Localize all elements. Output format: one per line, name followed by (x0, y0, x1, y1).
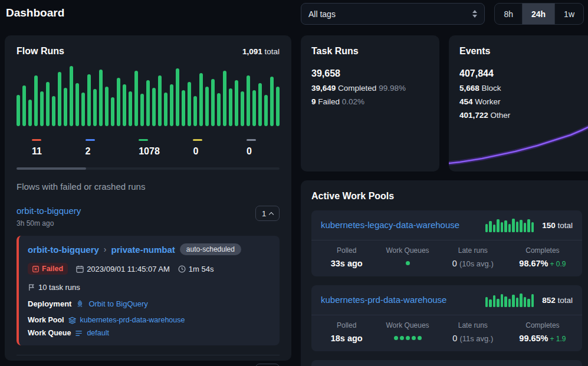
flow-list-item: run-census-sync 3h 53m ago 1 (17, 355, 280, 366)
completed-value: 39,649 (311, 84, 336, 93)
task-runs-total: 39,658 (311, 68, 429, 79)
pool-name-link[interactable]: kubernetes-prd-data-warehouse (321, 294, 477, 306)
x-square-icon (32, 266, 39, 272)
flow-expand-button[interactable]: 1 (255, 364, 280, 366)
queues-label: Work Queues (377, 321, 438, 329)
flow-link[interactable]: run-census-sync (17, 364, 81, 366)
events-panel: Events 407,844 5,668 Block 454 Worker 40… (449, 35, 588, 172)
events-block-row: 5,668 Block (459, 84, 582, 93)
breadcrumb-separator: › (104, 245, 107, 254)
legend-count: 11 (32, 146, 52, 157)
flow-run-count: 1 (262, 209, 266, 218)
top-bar: Dashboard All tags 8h 24h 1w (0, 0, 588, 31)
chevron-up-icon (269, 212, 274, 216)
pool-polled-stat: Polled 33s ago (316, 246, 377, 268)
completes-pct: 98.67% (519, 259, 548, 268)
legend-item-other[interactable]: 0 (247, 139, 267, 157)
queues-label: Work Queues (377, 246, 438, 255)
events-title: Events (459, 46, 582, 57)
task-runs-title: Task Runs (311, 46, 429, 57)
legend-item-running[interactable]: 2 (86, 139, 106, 157)
polled-label: Polled (316, 246, 377, 255)
work-queue-link[interactable]: default (87, 329, 109, 337)
time-range-group: 8h 24h 1w (494, 3, 584, 25)
layers-icon (68, 316, 76, 324)
duration-text: 1m 54s (189, 265, 214, 273)
completes-delta: + 0.9 (550, 260, 566, 268)
block-label: Block (482, 84, 501, 93)
pool-stats-row: Polled 18s ago Work Queues Late runs 0 (… (311, 315, 582, 351)
work-pools-panel: Active Work Pools kubernetes-legacy-data… (301, 180, 588, 366)
calendar-icon (76, 265, 84, 273)
run-flow-link[interactable]: orbit-to-bigquery (28, 245, 99, 255)
polled-label: Polled (316, 321, 377, 329)
select-arrows-icon (472, 10, 477, 18)
flow-runs-header: Flow Runs 1,091 total (17, 46, 280, 57)
deployment-link[interactable]: Orbit to BigQuery (88, 299, 147, 308)
worker-label: Worker (475, 97, 500, 106)
pool-total-value: 150 (542, 221, 556, 230)
flow-runs-title: Flow Runs (17, 46, 64, 57)
events-total: 407,844 (459, 68, 582, 79)
flow-collapse-button[interactable]: 1 (255, 206, 280, 221)
late-avg: (10s avg.) (459, 259, 494, 268)
events-sparkline (449, 117, 588, 172)
legend-item-failed[interactable]: 11 (32, 139, 52, 157)
work-queue-group: Work Queue default (28, 329, 109, 337)
pool-total: 150 total (542, 221, 573, 230)
legend-swatch (86, 139, 95, 141)
work-pool-group: Work Pool kubernetes-prd-data-warehouse (28, 316, 185, 324)
legend-item-completed[interactable]: 1078 (139, 139, 160, 157)
pool-queues-stat: Work Queues (377, 246, 438, 268)
late-label: Late runs (438, 321, 508, 329)
legend-swatch (247, 139, 256, 141)
chart-scrollbar-thumb[interactable] (17, 167, 86, 170)
run-name-link[interactable]: private-numbat (111, 245, 175, 255)
late-count: 0 (452, 334, 457, 343)
work-pools-title: Active Work Pools (311, 191, 582, 202)
flow-runs-total: 1,091 total (242, 47, 280, 56)
rocket-icon (76, 300, 84, 308)
run-deployment-row: Deployment Orbit to BigQuery (28, 299, 271, 308)
time-range-1w[interactable]: 1w (555, 4, 583, 24)
pool-late-stat: Late runs 0 (10s avg.) (438, 246, 508, 268)
tags-filter-select[interactable]: All tags (301, 3, 485, 25)
late-avg: (11s avg.) (459, 334, 493, 343)
flow-runs-total-value: 1,091 (242, 47, 262, 56)
pool-name-link[interactable]: kubernetes-legacy-data-warehouse (321, 219, 477, 232)
flow-link[interactable]: orbit-to-bigquery (17, 206, 81, 216)
pool-card-header: kubernetes-prd-data-warehouse 852 total (311, 285, 582, 315)
task-runs-failed: 9 Failed 0.02% (311, 97, 429, 106)
completes-delta: + 1.9 (550, 335, 566, 343)
completes-value: 98.67%+ 0.9 (508, 259, 577, 268)
time-range-24h[interactable]: 24h (523, 4, 554, 24)
events-worker-row: 454 Worker (459, 97, 582, 106)
legend-swatch (32, 139, 41, 141)
work-pool-card: kubernetes-prd-data-warehouse 852 total … (311, 285, 582, 351)
completed-pct: 99.98% (379, 84, 406, 93)
run-workpool-row: Work Pool kubernetes-prd-data-warehouse … (28, 316, 271, 337)
late-value: 0 (11s avg.) (438, 334, 508, 343)
deployment-label: Deployment (28, 299, 71, 308)
state-label: Failed (42, 265, 63, 273)
work-queue-label: Work Queue (28, 329, 71, 337)
flow-runs-chart[interactable] (17, 66, 280, 126)
work-pool-link[interactable]: kubernetes-prd-data-warehouse (80, 316, 185, 324)
completed-label: Completed (338, 84, 376, 93)
legend-swatch (193, 139, 202, 141)
run-duration: 1m 54s (178, 265, 214, 273)
pool-late-stat: Late runs 0 (11s avg.) (438, 321, 508, 343)
completes-pct: 99.65% (519, 334, 548, 343)
time-range-8h[interactable]: 8h (495, 4, 522, 24)
pool-polled-stat: Polled 18s ago (316, 321, 377, 343)
chart-scrollbar-track (17, 167, 280, 170)
work-queue-dots (377, 336, 438, 340)
legend-swatch (139, 139, 148, 141)
legend-item-scheduled[interactable]: 0 (193, 139, 213, 157)
work-queue-dots (377, 261, 438, 265)
flow-runs-total-suffix: total (264, 47, 280, 56)
late-value: 0 (10s avg.) (438, 259, 508, 268)
pool-total-suffix: total (557, 296, 573, 305)
pool-card-header: kubernetes-legacy-data-warehouse 150 tot… (311, 210, 582, 240)
legend-count: 2 (86, 146, 106, 157)
